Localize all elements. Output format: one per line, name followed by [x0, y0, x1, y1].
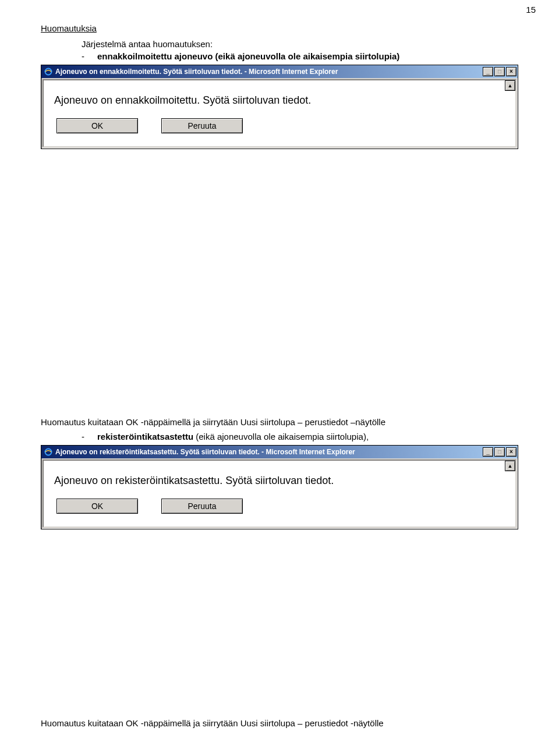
bullet-item: - rekisteröintikatsastettu (eikä ajoneuv… [82, 432, 518, 441]
client-inner: Ajoneuvo on rekisteröintikatsastettu. Sy… [44, 461, 515, 527]
document-page: 15 Huomautuksia Järjestelmä antaa huomau… [0, 0, 559, 756]
page-number: 15 [526, 5, 536, 15]
cancel-button[interactable]: Peruuta [161, 118, 243, 133]
spacer [41, 535, 518, 710]
bullet-item: - ennakkoilmoitettu ajoneuvo (eikä ajone… [82, 51, 518, 61]
scroll-up-button[interactable]: ▲ [505, 80, 515, 91]
window-title: Ajoneuvo on ennakkoilmoitettu. Syötä sii… [55, 68, 483, 76]
window-controls: _ □ × [483, 447, 516, 457]
bullet-text: rekisteröintikatsastettu (eikä ajoneuvol… [97, 432, 369, 441]
bullet-bold: rekisteröintikatsastettu [97, 432, 193, 441]
button-row: OK Peruuta [56, 499, 503, 514]
bullet-dash: - [82, 432, 84, 441]
scroll-up-button[interactable]: ▲ [505, 461, 515, 471]
ok-button[interactable]: OK [56, 499, 138, 514]
maximize-button[interactable]: □ [494, 447, 505, 457]
cancel-button[interactable]: Peruuta [161, 499, 243, 514]
dialog-message: Ajoneuvo on rekisteröintikatsastettu. Sy… [54, 475, 503, 487]
ok-button[interactable]: OK [56, 118, 138, 133]
client-area: ▲ Ajoneuvo on ennakkoilmoitettu. Syötä s… [43, 79, 516, 147]
spacer [41, 153, 518, 409]
bullet-dash: - [82, 51, 84, 61]
client-area: ▲ Ajoneuvo on rekisteröintikatsastettu. … [43, 460, 516, 528]
window-title: Ajoneuvo on rekisteröintikatsastettu. Sy… [55, 448, 483, 456]
dialog-message: Ajoneuvo on ennakkoilmoitettu. Syötä sii… [54, 94, 503, 107]
titlebar: Ajoneuvo on ennakkoilmoitettu. Syötä sii… [41, 65, 518, 78]
dialog-window: Ajoneuvo on rekisteröintikatsastettu. Sy… [41, 445, 518, 529]
ie-icon [44, 67, 53, 76]
minimize-button[interactable]: _ [483, 67, 493, 76]
caption-text: Huomautus kuitataan OK -näppäimellä ja s… [41, 417, 518, 427]
bullet-rest: (eikä ajoneuvolla ole aikaisempia siirto… [193, 432, 369, 441]
close-button[interactable]: × [506, 67, 516, 76]
bullet-bold: ennakkoilmoitettu ajoneuvo (eikä ajoneuv… [97, 51, 399, 61]
button-row: OK Peruuta [56, 118, 503, 133]
titlebar: Ajoneuvo on rekisteröintikatsastettu. Sy… [41, 446, 518, 458]
bullet-text: ennakkoilmoitettu ajoneuvo (eikä ajoneuv… [97, 51, 399, 61]
intro-text: Järjestelmä antaa huomautuksen: [82, 39, 518, 49]
svg-point-0 [45, 69, 52, 75]
close-button[interactable]: × [506, 447, 516, 457]
dialog-window: Ajoneuvo on ennakkoilmoitettu. Syötä sii… [41, 65, 518, 149]
maximize-button[interactable]: □ [494, 67, 505, 76]
ie-icon [44, 447, 53, 457]
window-controls: _ □ × [483, 67, 516, 76]
svg-point-1 [45, 449, 52, 455]
minimize-button[interactable]: _ [483, 447, 493, 457]
client-inner: Ajoneuvo on ennakkoilmoitettu. Syötä sii… [44, 80, 515, 146]
section-heading: Huomautuksia [41, 23, 518, 33]
caption-text: Huomautus kuitataan OK -näppäimellä ja s… [41, 718, 518, 728]
